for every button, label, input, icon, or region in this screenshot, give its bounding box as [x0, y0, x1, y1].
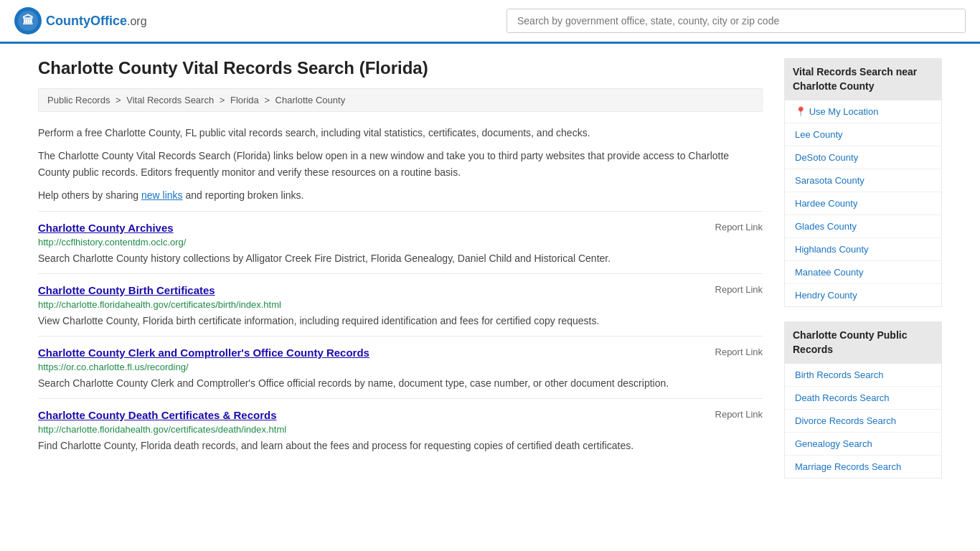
sidebar-item-hendry-county[interactable]: Hendry County [785, 284, 941, 306]
list-item: Hardee County [785, 192, 941, 215]
description: Perform a free Charlotte County, FL publ… [38, 125, 763, 204]
record-title[interactable]: Charlotte County Archives [38, 222, 174, 234]
record-header: Charlotte County Clerk and Comptroller's… [38, 347, 763, 359]
record-report[interactable]: Report Link [715, 347, 763, 357]
list-item: Divorce Records Search [785, 410, 941, 433]
location-icon: 📍 [795, 106, 806, 117]
record-desc: View Charlotte County, Florida birth cer… [38, 314, 763, 329]
list-item: Highlands County [785, 238, 941, 261]
list-item: Lee County [785, 123, 941, 146]
record-url: http://charlotte.floridahealth.gov/certi… [38, 424, 763, 435]
list-item: Sarasota County [785, 169, 941, 192]
sidebar-item-genealogy[interactable]: Genealogy Search [785, 433, 941, 455]
list-item: Genealogy Search [785, 433, 941, 456]
record-header: Charlotte County Birth Certificates Repo… [38, 284, 763, 296]
logo[interactable]: 🏛 CountyOffice.org [14, 7, 147, 34]
list-item: DeSoto County [785, 146, 941, 169]
search-bar [507, 9, 966, 33]
record-header: Charlotte County Death Certificates & Re… [38, 409, 763, 421]
record-header: Charlotte County Archives Report Link [38, 222, 763, 234]
description-2: The Charlotte County Vital Records Searc… [38, 148, 763, 180]
list-item: Death Records Search [785, 387, 941, 410]
main-content: Charlotte County Vital Records Search (F… [38, 58, 763, 493]
record-url: https://or.co.charlotte.fl.us/recording/ [38, 362, 763, 372]
page-title: Charlotte County Vital Records Search (F… [38, 58, 763, 78]
breadcrumb-vital-records[interactable]: Vital Records Search [126, 95, 214, 105]
record-url: http://ccflhistory.contentdm.oclc.org/ [38, 237, 763, 248]
description-1: Perform a free Charlotte County, FL publ… [38, 125, 763, 141]
sidebar-item-death-records[interactable]: Death Records Search [785, 387, 941, 409]
sidebar-use-my-location[interactable]: 📍 Use My Location [785, 100, 941, 123]
breadcrumb-public-records[interactable]: Public Records [47, 95, 110, 105]
record-item: Charlotte County Birth Certificates Repo… [38, 273, 763, 336]
sidebar-nearby-list: 📍 Use My Location Lee County DeSoto Coun… [784, 100, 942, 307]
sidebar-item-lee-county[interactable]: Lee County [785, 123, 941, 146]
sidebar-item-desoto-county[interactable]: DeSoto County [785, 146, 941, 169]
list-item: Manatee County [785, 261, 941, 284]
main-layout: Charlotte County Vital Records Search (F… [24, 44, 956, 507]
sidebar-item-birth-records[interactable]: Birth Records Search [785, 364, 941, 386]
sidebar-nearby-title: Vital Records Search near Charlotte Coun… [784, 58, 942, 100]
svg-text:🏛: 🏛 [22, 14, 34, 27]
sidebar: Vital Records Search near Charlotte Coun… [784, 58, 942, 493]
records-list: Charlotte County Archives Report Link ht… [38, 211, 763, 461]
record-title[interactable]: Charlotte County Clerk and Comptroller's… [38, 347, 369, 359]
list-item: Glades County [785, 215, 941, 238]
logo-icon: 🏛 [14, 7, 42, 34]
sidebar-item-hardee-county[interactable]: Hardee County [785, 192, 941, 215]
search-input[interactable] [507, 9, 966, 33]
record-item: Charlotte County Death Certificates & Re… [38, 398, 763, 461]
sidebar-item-manatee-county[interactable]: Manatee County [785, 261, 941, 283]
logo-text: CountyOffice.org [46, 14, 147, 29]
record-url: http://charlotte.floridahealth.gov/certi… [38, 299, 763, 310]
record-report[interactable]: Report Link [715, 409, 763, 420]
sidebar-item-marriage-records[interactable]: Marriage Records Search [785, 456, 941, 478]
new-links-link[interactable]: new links [141, 189, 183, 201]
breadcrumb-charlotte-county[interactable]: Charlotte County [275, 95, 346, 105]
record-item: Charlotte County Archives Report Link ht… [38, 211, 763, 273]
record-report[interactable]: Report Link [715, 284, 763, 295]
description-3: Help others by sharing new links and rep… [38, 187, 763, 203]
sidebar-item-divorce-records[interactable]: Divorce Records Search [785, 410, 941, 432]
header: 🏛 CountyOffice.org [0, 0, 980, 44]
record-title[interactable]: Charlotte County Birth Certificates [38, 284, 215, 296]
record-report[interactable]: Report Link [715, 222, 763, 232]
record-desc: Search Charlotte County history collecti… [38, 251, 763, 266]
sidebar-item-highlands-county[interactable]: Highlands County [785, 238, 941, 260]
record-desc: Search Charlotte County Clerk and Comptr… [38, 376, 763, 391]
sidebar-item-sarasota-county[interactable]: Sarasota County [785, 169, 941, 192]
list-item: Birth Records Search [785, 364, 941, 387]
sidebar-item-glades-county[interactable]: Glades County [785, 215, 941, 237]
breadcrumb: Public Records > Vital Records Search > … [38, 88, 763, 112]
sidebar-public-records-title: Charlotte County Public Records [784, 321, 942, 364]
record-title[interactable]: Charlotte County Death Certificates & Re… [38, 409, 277, 421]
list-item: Marriage Records Search [785, 456, 941, 478]
sidebar-public-records-list: Birth Records Search Death Records Searc… [784, 364, 942, 479]
list-item: Hendry County [785, 284, 941, 306]
list-item: 📍 Use My Location [785, 100, 941, 123]
breadcrumb-florida[interactable]: Florida [230, 95, 259, 105]
record-desc: Find Charlotte County, Florida death rec… [38, 438, 763, 453]
record-item: Charlotte County Clerk and Comptroller's… [38, 336, 763, 398]
